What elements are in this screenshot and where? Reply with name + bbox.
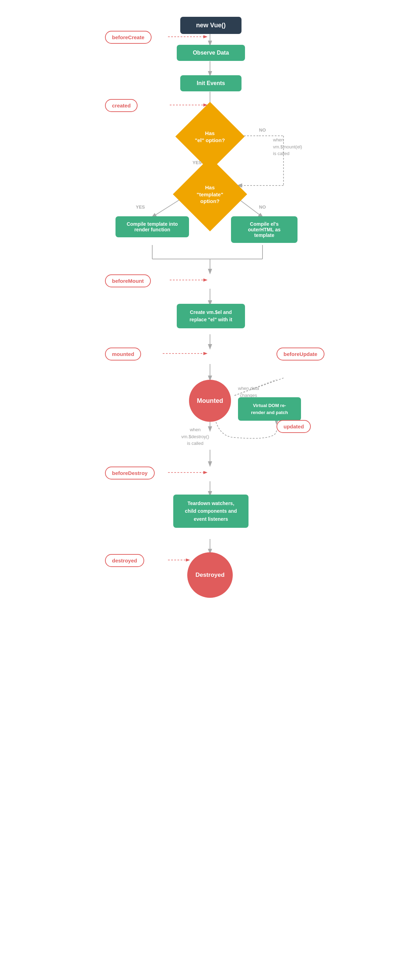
new-vue-box: new Vue() xyxy=(180,17,242,34)
before-update-label: beforeUpdate xyxy=(277,348,325,361)
teardown-label: Teardown watchers, child components and … xyxy=(173,495,248,528)
created-label: created xyxy=(105,99,138,112)
updated-label: updated xyxy=(277,420,311,433)
destroyed-circle: Destroyed xyxy=(187,552,233,598)
destroyed-lifecycle-label: destroyed xyxy=(105,554,144,567)
when-mount-note: whenvm.$mount(el)is called xyxy=(273,137,302,157)
no-label-el: NO xyxy=(259,127,266,133)
before-create-label: beforeCreate xyxy=(105,31,151,44)
when-destroy-note: whenvm.$destroy()is called xyxy=(181,426,209,447)
observe-data-label: Observe Data xyxy=(177,45,245,61)
virtual-dom-label: Virtual DOM re-render and patch xyxy=(238,397,301,421)
destroyed-circle-label: Destroyed xyxy=(187,552,233,598)
create-el-box: Create vm.$el and replace "el" with it xyxy=(177,304,245,328)
has-el-diamond: Has "el" option? xyxy=(186,112,234,161)
compile-template-label: Compile template into render function xyxy=(116,216,189,237)
create-el-label: Create vm.$el and replace "el" with it xyxy=(177,304,245,328)
observe-data-box: Observe Data xyxy=(177,45,245,61)
has-template-diamond: Has "template" option? xyxy=(184,168,236,221)
no-label-template: NO xyxy=(259,204,266,210)
mounted-lifecycle-label: mounted xyxy=(105,348,141,361)
compile-el-label: Compile el's outerHTML as template xyxy=(231,216,298,243)
compile-el-box: Compile el's outerHTML as template xyxy=(231,216,298,243)
virtual-dom-box: Virtual DOM re-render and patch xyxy=(238,378,301,421)
before-mount-label: beforeMount xyxy=(105,274,151,287)
mounted-circle-label: Mounted xyxy=(189,380,231,422)
mounted-circle: Mounted xyxy=(189,380,231,422)
compile-template-box: Compile template into render function xyxy=(116,216,189,237)
yes-label-el: YES xyxy=(192,159,202,165)
yes-label-template: YES xyxy=(136,204,145,210)
init-events-box: Init Events xyxy=(180,75,242,91)
new-vue-label: new Vue() xyxy=(180,17,242,34)
init-events-label: Init Events xyxy=(180,75,242,91)
teardown-box: Teardown watchers, child components and … xyxy=(173,495,248,528)
before-destroy-label: beforeDestroy xyxy=(105,466,155,479)
